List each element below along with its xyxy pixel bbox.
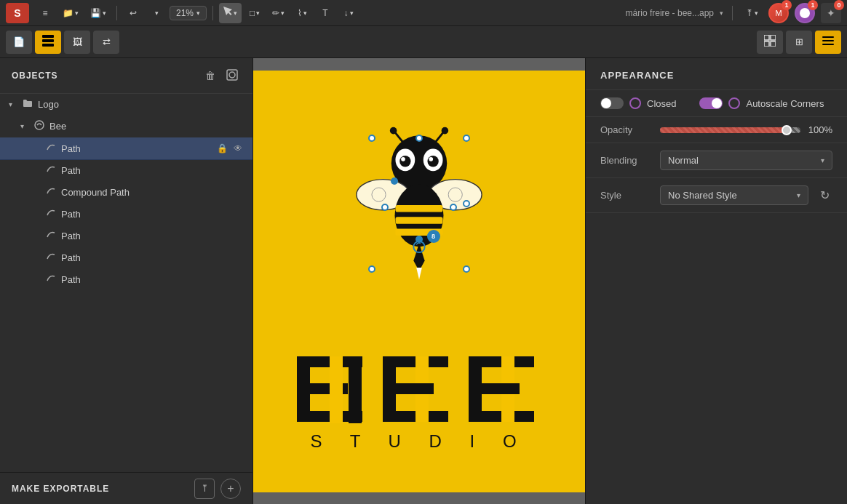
avatar2-container: 1 (795, 3, 815, 23)
svg-rect-10 (822, 44, 834, 45)
tree-item-bee[interactable]: ▾ Bee (0, 116, 252, 137)
grid-button[interactable]: ⊞ (786, 31, 812, 54)
svg-rect-2 (42, 39, 54, 42)
export-icon: ⤒ (201, 483, 209, 494)
star-container: ✦ 0 (821, 3, 841, 23)
svg-point-17 (442, 127, 449, 135)
svg-rect-32 (395, 205, 442, 212)
import-tool[interactable]: ↓ ▾ (338, 3, 359, 23)
refresh-style-button[interactable]: ↻ (817, 185, 832, 205)
undo-button[interactable]: ↩ (123, 3, 143, 23)
dropdown-arrow: ▾ (256, 9, 260, 17)
tab-layers[interactable] (35, 31, 61, 54)
zoom-control[interactable]: 21% ▾ (170, 6, 207, 20)
svg-rect-51 (415, 394, 429, 422)
tree-item-compound[interactable]: ▾ Compound Path (0, 182, 252, 204)
second-toolbar: 📄 🖼 ⇄ ⊞ (0, 26, 847, 58)
export-button[interactable]: ⤒ (194, 479, 215, 499)
text-icon: T (322, 8, 327, 18)
svg-rect-57 (501, 394, 514, 422)
svg-rect-3 (42, 44, 54, 47)
tree-item-logo[interactable]: ▾ Logo (0, 94, 252, 116)
tree-item-path5[interactable]: ▾ Path (0, 247, 252, 269)
right-toolbar: ⊞ (757, 31, 841, 54)
svg-point-23 (401, 157, 405, 161)
dropdown-arrow: ▾ (103, 9, 106, 17)
dropdown-arrow: ▾ (281, 9, 285, 17)
svg-rect-8 (822, 36, 834, 38)
lock-button[interactable]: 🔒 (215, 142, 229, 155)
style-select[interactable]: No Shared Style ▾ (660, 185, 808, 205)
notification-badge3: 0 (834, 0, 844, 10)
svg-rect-9 (822, 40, 834, 41)
svg-point-0 (800, 8, 810, 18)
autoscale-radio[interactable] (728, 97, 740, 109)
closed-toggle[interactable] (600, 97, 624, 109)
svg-point-12 (229, 72, 235, 78)
tree-item-path2[interactable]: ▾ Path (0, 160, 252, 182)
grid-icon: ⊞ (795, 36, 803, 47)
logo-label: Logo (38, 99, 244, 110)
visibility-button[interactable]: 👁 (232, 142, 244, 155)
transform-icon (764, 35, 776, 49)
svg-rect-33 (395, 217, 442, 224)
opacity-slider[interactable]: 100% (660, 124, 832, 135)
appearance-button[interactable] (815, 31, 841, 54)
undo-dropdown[interactable]: ▾ (146, 3, 167, 23)
bee-label: Bee (49, 121, 244, 132)
notification-badge2: 1 (808, 0, 818, 10)
path-tool[interactable]: ⌇ ▾ (292, 3, 312, 23)
pen-icon: ✏ (272, 8, 279, 18)
text-tool[interactable]: T (315, 3, 335, 23)
tree-item-path3[interactable]: ▾ Path (0, 204, 252, 225)
dropdown-arrow: ▾ (350, 9, 354, 17)
file-button[interactable]: 📁 ▾ (58, 3, 83, 23)
autoscale-toggle[interactable] (699, 97, 723, 109)
appearance-panel: APPEARANCE Closed Autoscale Corners Opac… (585, 58, 847, 504)
tree-item-path1[interactable]: ▾ Path 🔒 👁 (0, 137, 252, 160)
delete-button[interactable]: 🗑 (202, 67, 219, 84)
style-row: Style No Shared Style ▾ ↻ (586, 178, 847, 213)
svg-rect-4 (764, 35, 769, 40)
autoscale-toggle-group: Autoscale Corners (699, 97, 824, 109)
blending-select[interactable]: Normal ▾ (660, 151, 832, 170)
pen-tool[interactable]: ✏ ▾ (268, 3, 289, 23)
tree-item-path4[interactable]: ▾ Path (0, 225, 252, 247)
top-toolbar: S ≡ 📁 ▾ 💾 ▾ ↩ ▾ 21% ▾ ▾ □ ▾ ✏ ▾ ⌇ ▾ (0, 0, 847, 26)
select-tool[interactable]: ▾ (219, 3, 242, 23)
svg-point-31 (395, 184, 444, 247)
svg-rect-34 (395, 228, 442, 236)
path-icon (45, 208, 57, 220)
mask-button[interactable] (223, 67, 241, 84)
tree-item-path6[interactable]: ▾ Path (0, 269, 252, 291)
letter-b (293, 353, 373, 425)
menu-button[interactable]: ≡ (35, 3, 55, 23)
main-content: OBJECTS 🗑 ▾ Logo (0, 58, 847, 504)
divider (116, 6, 117, 20)
lock-icon: 🔒 (217, 143, 228, 153)
closed-radio[interactable] (629, 97, 641, 109)
canvas-area[interactable]: 8 (253, 58, 585, 504)
path1-actions: 🔒 👁 (215, 142, 244, 155)
svg-rect-45 (330, 383, 343, 423)
blending-row: Blending Normal ▾ (586, 143, 847, 178)
tab-page[interactable]: 📄 (6, 31, 32, 54)
zoom-value: 21% (176, 8, 194, 18)
tab-images[interactable]: 🖼 (64, 31, 90, 54)
mask-icon (226, 69, 238, 83)
username-label: mário freire - bee...app (626, 8, 714, 18)
upload-icon: ⤒ (746, 8, 753, 18)
svg-rect-5 (771, 41, 776, 47)
make-exportable-label: MAKE EXPORTABLE (12, 484, 109, 494)
upload-button[interactable]: ⤒ ▾ (741, 3, 763, 23)
tab-symbols[interactable]: ⇄ (93, 31, 119, 54)
svg-point-15 (390, 127, 397, 135)
add-export-button[interactable]: + (220, 479, 241, 499)
transform-button[interactable] (757, 31, 783, 54)
dropdown-arrow: ▾ (75, 9, 79, 17)
shape-tool[interactable]: □ ▾ (244, 3, 265, 23)
path-icon (45, 273, 57, 286)
svg-point-24 (429, 157, 433, 161)
blending-value: Normal (668, 155, 699, 166)
save-button[interactable]: 💾 ▾ (86, 3, 111, 23)
